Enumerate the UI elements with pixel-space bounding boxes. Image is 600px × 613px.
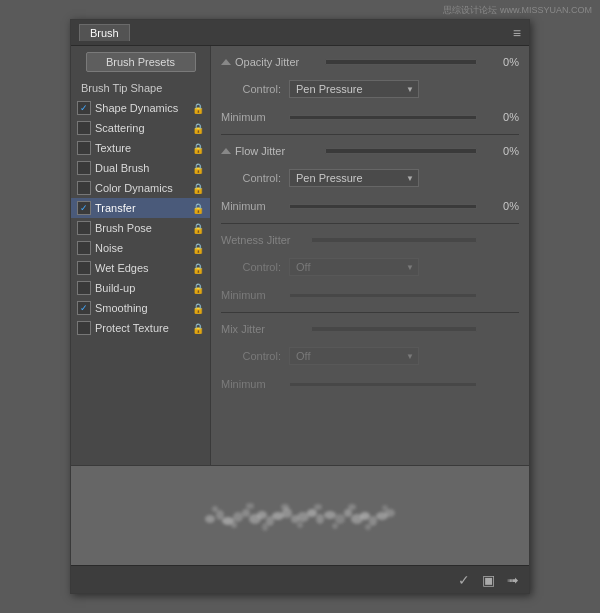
flow-jitter-row: Flow Jitter 0% xyxy=(221,141,519,161)
footer-bar: ✓ ▣ ➟ xyxy=(71,565,529,593)
footer-check-icon[interactable]: ✓ xyxy=(456,570,472,590)
flow-jitter-arrow xyxy=(221,148,231,154)
opacity-jitter-slider[interactable] xyxy=(325,59,477,65)
svg-point-15 xyxy=(335,514,345,524)
svg-point-18 xyxy=(360,512,370,520)
lock-icon-transfer: 🔒 xyxy=(192,203,204,214)
lock-icon-noise: 🔒 xyxy=(192,243,204,254)
flow-control-row: Control: Pen Pressure Off Fade Pen Tilt xyxy=(221,167,519,189)
checkbox-build-up[interactable] xyxy=(77,281,91,295)
brush-presets-button[interactable]: Brush Presets xyxy=(86,52,196,72)
brush-stroke-preview xyxy=(190,491,410,541)
sidebar-label-texture: Texture xyxy=(95,142,190,154)
sidebar-item-protect-texture[interactable]: Protect Texture 🔒 xyxy=(71,318,210,338)
opacity-control-label: Control: xyxy=(221,83,281,95)
flow-control-select[interactable]: Pen Pressure Off Fade Pen Tilt xyxy=(289,169,419,187)
svg-point-13 xyxy=(316,514,324,524)
brush-panel: Brush ≡ 思综设计论坛 www.MISSYUAN.COM Brush Pr… xyxy=(70,19,530,594)
opacity-jitter-row: Opacity Jitter 0% xyxy=(221,52,519,72)
wetness-control-select: Off xyxy=(289,258,419,276)
flow-jitter-slider[interactable] xyxy=(325,148,477,154)
wetness-control-label: Control: xyxy=(221,261,281,273)
svg-point-14 xyxy=(324,511,336,519)
flow-minimum-value: 0% xyxy=(483,200,519,212)
lock-icon-color-dynamics: 🔒 xyxy=(192,183,204,194)
flow-minimum-label: Minimum xyxy=(221,200,281,212)
checkbox-transfer[interactable]: ✓ xyxy=(77,201,91,215)
opacity-jitter-value: 0% xyxy=(483,56,519,68)
svg-point-23 xyxy=(231,522,237,528)
sidebar-item-color-dynamics[interactable]: Color Dynamics 🔒 xyxy=(71,178,210,198)
mix-control-row: Control: Off xyxy=(221,345,519,367)
sidebar-item-smoothing[interactable]: ✓ Smoothing 🔒 xyxy=(71,298,210,318)
flow-minimum-slider[interactable] xyxy=(289,204,477,209)
lock-icon-wet-edges: 🔒 xyxy=(192,263,204,274)
sidebar-item-brush-pose[interactable]: Brush Pose 🔒 xyxy=(71,218,210,238)
sidebar-item-shape-dynamics[interactable]: ✓ Shape Dynamics 🔒 xyxy=(71,98,210,118)
flow-control-label: Control: xyxy=(221,172,281,184)
svg-point-12 xyxy=(307,509,317,517)
checkbox-noise[interactable] xyxy=(77,241,91,255)
mix-minimum-label: Minimum xyxy=(221,378,281,390)
checkbox-protect-texture[interactable] xyxy=(77,321,91,335)
sidebar-item-texture[interactable]: Texture 🔒 xyxy=(71,138,210,158)
panel-header: Brush ≡ 思综设计论坛 www.MISSYUAN.COM xyxy=(71,20,529,46)
checkbox-dual-brush[interactable] xyxy=(77,161,91,175)
checkbox-brush-pose[interactable] xyxy=(77,221,91,235)
sidebar-label-transfer: Transfer xyxy=(95,202,190,214)
sidebar-label-color-dynamics: Color Dynamics xyxy=(95,182,190,194)
sidebar-item-noise[interactable]: Noise 🔒 xyxy=(71,238,210,258)
lock-icon-brush-pose: 🔒 xyxy=(192,223,204,234)
opacity-control-select[interactable]: Pen Pressure Off Fade Pen Tilt Stylus Wh… xyxy=(289,80,419,98)
opacity-minimum-value: 0% xyxy=(483,111,519,123)
mix-control-select: Off xyxy=(289,347,419,365)
divider-2 xyxy=(221,223,519,224)
opacity-minimum-slider[interactable] xyxy=(289,115,477,120)
mix-jitter-slider xyxy=(311,326,477,332)
wetness-control-select-wrapper: Off xyxy=(289,258,419,276)
svg-point-1 xyxy=(216,510,224,520)
sidebar-item-dual-brush[interactable]: Dual Brush 🔒 xyxy=(71,158,210,178)
checkbox-shape-dynamics[interactable]: ✓ xyxy=(77,101,91,115)
wetness-control-row: Control: Off xyxy=(221,256,519,278)
footer-grid-icon[interactable]: ▣ xyxy=(480,570,497,590)
sidebar-item-wet-edges[interactable]: Wet Edges 🔒 xyxy=(71,258,210,278)
sidebar: Brush Presets Brush Tip Shape ✓ Shape Dy… xyxy=(71,46,211,465)
mix-minimum-row: Minimum xyxy=(221,375,519,393)
sidebar-item-scattering[interactable]: Scattering 🔒 xyxy=(71,118,210,138)
panel-tabs: Brush xyxy=(79,24,130,41)
checkbox-texture[interactable] xyxy=(77,141,91,155)
svg-point-19 xyxy=(369,516,377,526)
checkbox-smoothing[interactable]: ✓ xyxy=(77,301,91,315)
sidebar-label-brush-pose: Brush Pose xyxy=(95,222,190,234)
panel-menu-icon[interactable]: ≡ xyxy=(513,25,521,41)
mix-control-label: Control: xyxy=(221,350,281,362)
flow-jitter-label: Flow Jitter xyxy=(235,145,325,157)
mix-jitter-label: Mix Jitter xyxy=(221,323,311,335)
footer-arrow-icon[interactable]: ➟ xyxy=(505,570,521,590)
sidebar-label-scattering: Scattering xyxy=(95,122,190,134)
opacity-control-row: Control: Pen Pressure Off Fade Pen Tilt … xyxy=(221,78,519,100)
flow-jitter-value: 0% xyxy=(483,145,519,157)
opacity-jitter-arrow xyxy=(221,59,231,65)
sidebar-item-build-up[interactable]: Build-up 🔒 xyxy=(71,278,210,298)
tab-brush[interactable]: Brush xyxy=(79,24,130,41)
svg-point-31 xyxy=(365,524,371,530)
lock-icon-protect-texture: 🔒 xyxy=(192,323,204,334)
sidebar-label-build-up: Build-up xyxy=(95,282,190,294)
svg-point-25 xyxy=(262,523,268,531)
wetness-minimum-slider xyxy=(289,293,477,298)
wetness-minimum-label: Minimum xyxy=(221,289,281,301)
checkbox-wet-edges[interactable] xyxy=(77,261,91,275)
checkbox-color-dynamics[interactable] xyxy=(77,181,91,195)
svg-point-4 xyxy=(242,509,250,517)
svg-point-30 xyxy=(348,504,356,510)
sidebar-label-wet-edges: Wet Edges xyxy=(95,262,190,274)
svg-point-28 xyxy=(314,504,322,510)
svg-point-32 xyxy=(382,505,388,511)
mix-minimum-slider xyxy=(289,382,477,387)
sidebar-item-transfer[interactable]: ✓ Transfer 🔒 xyxy=(71,198,210,218)
opacity-minimum-label: Minimum xyxy=(221,111,281,123)
checkbox-scattering[interactable] xyxy=(77,121,91,135)
watermark: 思综设计论坛 www.MISSYUAN.COM xyxy=(443,4,592,17)
